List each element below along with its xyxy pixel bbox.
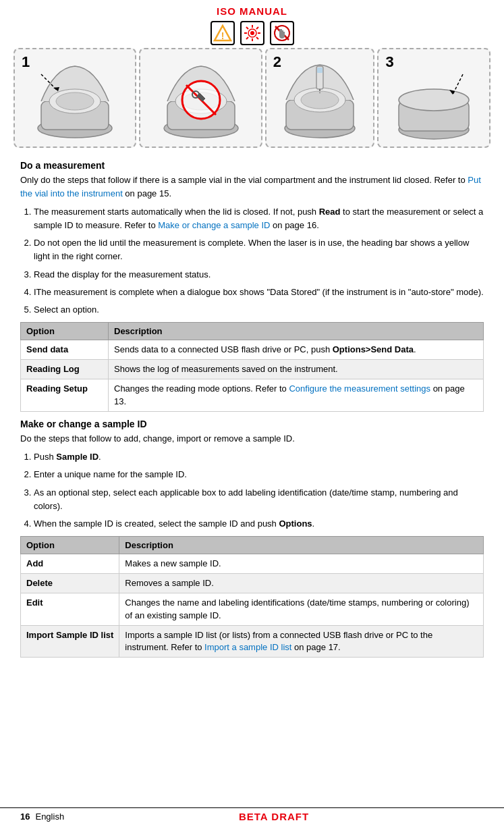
- section-intro-sample-id: Do the steps that follow to add, change,…: [20, 432, 484, 446]
- desc-add: Makes a new sample ID.: [119, 554, 484, 573]
- svg-line-8: [256, 37, 258, 39]
- step-3-label: 3: [385, 53, 393, 71]
- diagram-area: !: [0, 21, 504, 148]
- footer-draft-label: BETA DRAFT: [64, 811, 484, 822]
- section-do-measurement: Do a measurement Only do the steps that …: [20, 160, 484, 412]
- link-import-sample-id-list[interactable]: Import a sample ID list: [204, 642, 291, 652]
- option-reading-log: Reading Log: [21, 360, 109, 379]
- measurement-step-1: The measurement starts automatically whe…: [34, 205, 484, 232]
- footer-language: English: [35, 811, 64, 822]
- diagram-step-1b: [139, 48, 262, 148]
- sample-id-options-table: Option Description Add Makes a new sampl…: [20, 536, 484, 658]
- option-reading-setup: Reading Setup: [21, 379, 109, 411]
- step-1-label: 1: [22, 53, 30, 71]
- desc-reading-log: Shows the log of measurements saved on t…: [109, 360, 484, 379]
- col-header-description-1: Description: [109, 322, 484, 340]
- svg-point-17: [56, 92, 94, 110]
- link-configure-settings[interactable]: Configure the measurement settings: [289, 383, 430, 394]
- svg-point-36: [399, 89, 469, 111]
- diagram-step-2: 2: [265, 48, 375, 148]
- desc-delete: Removes a sample ID.: [119, 574, 484, 593]
- table-row: Import Sample ID list Imports a sample I…: [21, 625, 484, 657]
- option-edit: Edit: [21, 593, 119, 625]
- diagram-step-3: 3: [377, 48, 491, 148]
- measurement-step-4: IThe measurement is complete when a dial…: [34, 286, 484, 299]
- section-make-change-sample-id: Make or change a sample ID Do the steps …: [20, 419, 484, 658]
- table-row: Reading Setup Changes the reading mode o…: [21, 379, 484, 411]
- option-send-data: Send data: [21, 340, 109, 359]
- measurement-step-3: Read the display for the measurement sta…: [34, 268, 484, 282]
- col-header-option-2: Option: [21, 536, 119, 554]
- option-add: Add: [21, 554, 119, 573]
- desc-send-data: Sends data to a connected USB flash driv…: [109, 340, 484, 359]
- measurement-options-table: Option Description Send data Sends data …: [20, 322, 484, 412]
- desc-edit: Changes the name and labeling identifica…: [119, 593, 484, 625]
- desc-import-sample-id-list: Imports a sample ID list (or lists) from…: [119, 625, 484, 657]
- svg-line-7: [246, 27, 248, 29]
- intro-text-1: Only do the steps that follow if there i…: [20, 175, 468, 185]
- diagram-images: 1: [0, 48, 504, 148]
- page-container: ISO MANUAL !: [0, 0, 504, 825]
- content-area: Do a measurement Only do the steps that …: [0, 148, 504, 658]
- sample-id-step-4: When the sample ID is created, select th…: [34, 517, 484, 531]
- svg-text:!: !: [221, 30, 224, 41]
- step-2-label: 2: [273, 53, 281, 71]
- table-row: Send data Sends data to a connected USB …: [21, 340, 484, 359]
- header-title: ISO MANUAL: [0, 0, 504, 21]
- footer: 16 English BETA DRAFT: [0, 807, 504, 825]
- sample-id-step-2: Enter a unique name for the sample ID.: [34, 468, 484, 481]
- table-row: Reading Log Shows the log of measurement…: [21, 360, 484, 379]
- measurement-step-5: Select an option.: [34, 303, 484, 317]
- svg-line-9: [256, 27, 258, 29]
- measurement-step-2: Do not open the lid until the measuremen…: [34, 236, 484, 263]
- diagram-step-1: 1: [13, 48, 136, 148]
- svg-line-10: [246, 37, 248, 39]
- table-row: Add Makes a new sample ID.: [21, 554, 484, 573]
- laser-warning-icon: [240, 21, 264, 45]
- sample-id-steps-list: Push Sample ID. Enter a unique name for …: [20, 450, 484, 531]
- section-intro-do-measurement: Only do the steps that follow if there i…: [20, 174, 484, 200]
- section-title-sample-id: Make or change a sample ID: [20, 419, 484, 429]
- table-row: Edit Changes the name and labeling ident…: [21, 593, 484, 625]
- sample-id-step-1: Push Sample ID.: [34, 450, 484, 464]
- link-make-change-sample[interactable]: Make or change a sample ID: [158, 220, 270, 230]
- glove-warning-icon: [270, 21, 294, 45]
- measurement-steps-list: The measurement starts automatically whe…: [20, 205, 484, 317]
- col-header-description-2: Description: [119, 536, 484, 554]
- option-delete: Delete: [21, 574, 119, 593]
- col-header-option-1: Option: [21, 322, 109, 340]
- section-title-do-measurement: Do a measurement: [20, 160, 484, 171]
- sample-id-step-3: As an optional step, select each applica…: [34, 486, 484, 513]
- table-row: Delete Removes a sample ID.: [21, 574, 484, 593]
- svg-rect-32: [317, 68, 323, 73]
- measurement-options-table-wrapper: Option Description Send data Sends data …: [20, 322, 484, 412]
- svg-point-30: [301, 91, 339, 109]
- warning-triangle-icon: !: [211, 21, 235, 45]
- svg-point-11: [250, 31, 254, 35]
- footer-page-number: 16: [20, 811, 30, 822]
- option-import-sample-id-list: Import Sample ID list: [21, 625, 119, 657]
- sample-id-options-table-wrapper: Option Description Add Makes a new sampl…: [20, 536, 484, 658]
- desc-reading-setup: Changes the reading mode options. Refer …: [109, 379, 484, 411]
- intro-suffix-1: on page 15.: [123, 188, 171, 198]
- warning-icons-row: !: [0, 21, 504, 45]
